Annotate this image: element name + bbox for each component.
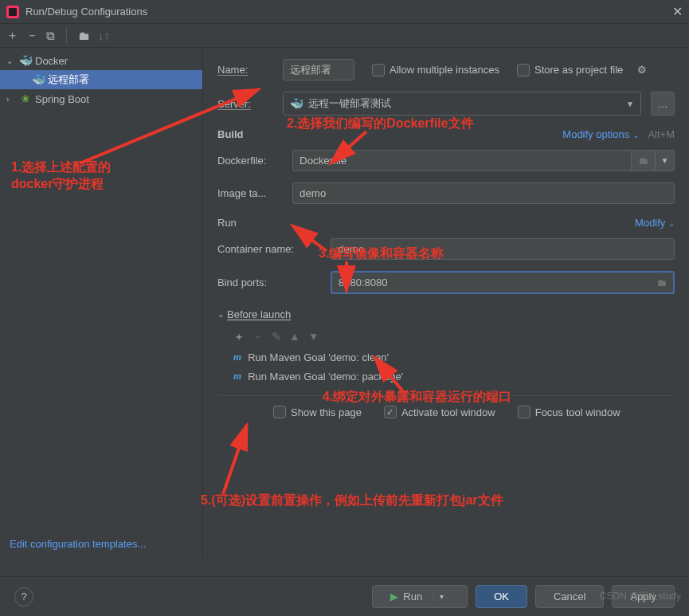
image-tag-input[interactable] <box>292 182 675 204</box>
config-tree: ⌄ 🐳 Docker 🐳 远程部署 › ❀ Spring Boot <box>0 51 202 530</box>
titlebar: Run/Debug Configurations ✕ <box>0 0 689 24</box>
checkbox-label: Store as project file <box>534 64 623 76</box>
sort-icon[interactable]: ↓↑ <box>98 29 110 42</box>
run-button[interactable]: ▶ Run ▾ <box>372 585 468 608</box>
main-area: ⌄ 🐳 Docker 🐳 远程部署 › ❀ Spring Boot Edit c… <box>0 48 689 558</box>
close-icon[interactable]: ✕ <box>672 4 683 19</box>
show-page-check[interactable]: Show this page <box>273 406 362 418</box>
build-section-header: Build Modify options ⌄ Alt+M <box>217 128 675 140</box>
modify-options-link[interactable]: Modify options ⌄ <box>562 128 638 140</box>
image-tag-label: Image ta... <box>217 187 283 199</box>
store-project-check[interactable]: Store as project file <box>517 64 623 77</box>
checkbox-label: Allow multiple instances <box>390 64 499 76</box>
server-row: Server: 🐳 远程一键部署测试 ▼ … <box>217 92 675 116</box>
server-browse-button[interactable]: … <box>651 92 675 116</box>
spring-icon: ❀ <box>19 92 32 105</box>
ok-button[interactable]: OK <box>476 585 527 608</box>
container-row: Container name: <box>217 238 675 260</box>
folder-icon[interactable]: 🖿 <box>656 277 667 288</box>
docker-icon: 🐳 <box>32 73 45 86</box>
server-dropdown[interactable]: 🐳 远程一键部署测试 ▼ <box>283 92 641 116</box>
bl-item-label: Run Maven Goal 'demo: package' <box>248 371 403 383</box>
maven-icon: m <box>233 351 241 363</box>
checkbox-icon[interactable] <box>517 64 530 77</box>
window-title: Run/Debug Configurations <box>25 6 672 18</box>
tree-label: Spring Boot <box>35 93 89 105</box>
checkbox-icon[interactable] <box>273 406 286 418</box>
watermark: CSDN @观止study <box>600 590 681 603</box>
toolbar: ＋ － ⧉ 🖿 ↓↑ <box>0 24 689 48</box>
app-icon <box>6 6 19 18</box>
name-row: Name: Allow multiple instances Store as … <box>217 59 675 80</box>
before-launch-item[interactable]: m Run Maven Goal 'demo: clean' <box>217 347 675 367</box>
hint-shortcut: Alt+M <box>648 128 675 140</box>
run-section-header: Run Modify ⌄ <box>217 217 675 229</box>
gear-icon[interactable]: ⚙ <box>637 64 647 76</box>
add-icon[interactable]: ＋ <box>6 28 18 43</box>
tree-spring[interactable]: › ❀ Spring Boot <box>0 89 202 108</box>
run-label: Run <box>403 590 422 602</box>
separator <box>66 28 67 44</box>
checkbox-icon[interactable] <box>372 64 385 77</box>
add-icon[interactable]: ＋ <box>233 330 245 344</box>
before-launch-label: Before launch <box>227 308 291 320</box>
content-panel: Name: Allow multiple instances Store as … <box>203 48 689 558</box>
before-launch-toolbar: ＋ － ✎ ▲ ▼ <box>217 327 675 347</box>
dockerfile-input-group: 🖿 ▼ <box>292 150 675 171</box>
container-input[interactable] <box>331 238 675 260</box>
dockerfile-input[interactable] <box>292 150 632 171</box>
bl-item-label: Run Maven Goal 'demo: clean' <box>248 351 389 363</box>
build-title: Build <box>217 128 244 140</box>
image-tag-row: Image ta... <box>217 182 675 204</box>
footer-checks: Show this page ✓ Activate tool window Fo… <box>217 395 675 418</box>
name-input[interactable] <box>283 59 354 80</box>
tree-docker[interactable]: ⌄ 🐳 Docker <box>0 51 202 70</box>
folder-icon[interactable]: 🖿 <box>632 150 656 171</box>
dockerfile-row: Dockerfile: 🖿 ▼ <box>217 150 675 171</box>
chevron-down-icon: ⌄ <box>217 310 224 319</box>
down-icon[interactable]: ▼ <box>308 330 319 344</box>
activate-tool-check[interactable]: ✓ Activate tool window <box>384 406 495 418</box>
before-launch-section: ⌄ Before launch ＋ － ✎ ▲ ▼ m Run Maven Go… <box>217 308 675 386</box>
server-label: Server: <box>217 98 273 110</box>
bind-ports-value: 8080:8080 <box>339 277 387 288</box>
container-label: Container name: <box>217 243 321 255</box>
tree-label: Docker <box>35 55 68 67</box>
up-icon[interactable]: ▲ <box>289 330 300 344</box>
docker-icon: 🐳 <box>290 97 303 110</box>
checkbox-icon[interactable]: ✓ <box>384 406 397 418</box>
chevron-down-icon[interactable]: ▼ <box>656 150 675 171</box>
before-launch-item[interactable]: m Run Maven Goal 'demo: package' <box>217 367 675 386</box>
copy-icon[interactable]: ⧉ <box>46 29 55 43</box>
help-button[interactable]: ? <box>14 587 33 606</box>
maven-icon: m <box>233 370 241 383</box>
edit-templates-link[interactable]: Edit configuration templates... <box>0 530 202 558</box>
remove-icon[interactable]: － <box>253 330 264 344</box>
chevron-right-icon: › <box>6 95 16 104</box>
checkbox-icon[interactable] <box>518 406 530 418</box>
cancel-button[interactable]: Cancel <box>535 585 604 608</box>
play-icon: ▶ <box>390 590 398 602</box>
checkbox-label: Focus tool window <box>535 406 620 418</box>
before-launch-header[interactable]: ⌄ Before launch <box>217 308 675 320</box>
tree-docker-child[interactable]: 🐳 远程部署 <box>0 70 202 89</box>
edit-icon[interactable]: ✎ <box>272 330 281 344</box>
remove-icon[interactable]: － <box>26 28 38 43</box>
bind-ports-label: Bind ports: <box>217 277 321 288</box>
run-title: Run <box>217 217 237 229</box>
bottom-bar: ? ▶ Run ▾ OK Cancel Apply <box>0 576 689 616</box>
chevron-down-icon[interactable]: ▾ <box>433 592 449 601</box>
chevron-down-icon: ▼ <box>626 100 634 108</box>
name-label: Name: <box>217 64 273 76</box>
focus-tool-check[interactable]: Focus tool window <box>518 406 620 418</box>
sidebar: ⌄ 🐳 Docker 🐳 远程部署 › ❀ Spring Boot Edit c… <box>0 48 203 558</box>
folder-icon[interactable]: 🖿 <box>78 29 90 42</box>
dockerfile-label: Dockerfile: <box>217 155 283 167</box>
checkbox-label: Activate tool window <box>401 406 495 418</box>
allow-multiple-check[interactable]: Allow multiple instances <box>372 64 499 77</box>
bind-ports-input[interactable]: 8080:8080 🖿 <box>331 271 675 294</box>
chevron-down-icon: ⌄ <box>6 57 16 65</box>
server-value: 远程一键部署测试 <box>308 96 391 111</box>
bind-ports-row: Bind ports: 8080:8080 🖿 <box>217 271 675 294</box>
modify-link[interactable]: Modify ⌄ <box>635 217 675 229</box>
